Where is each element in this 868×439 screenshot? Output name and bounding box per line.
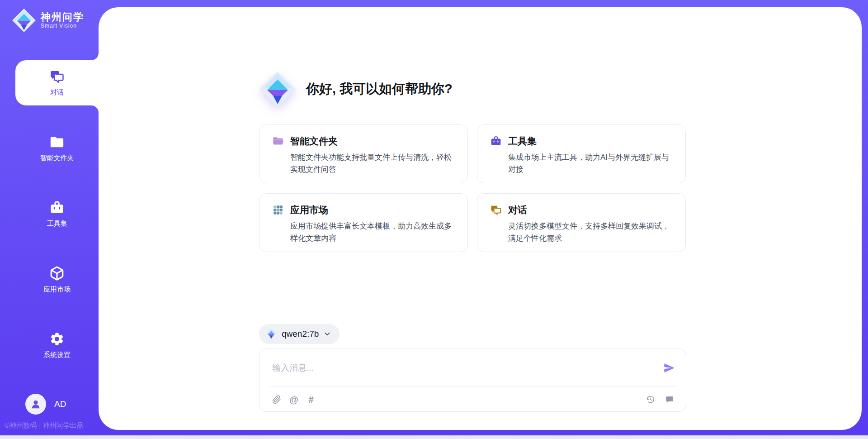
model-name: qwen2:7b [282,329,319,339]
chat-bubble-icon [665,395,674,404]
bottom-edge-strip [0,435,868,439]
card-description: 智能文件夹功能支持批量文件上传与清洗，轻松实现文件问答 [290,151,457,176]
message-input[interactable] [271,363,656,373]
chat-bubbles-icon [490,204,502,216]
card-app-market[interactable]: 应用市场 应用市场提供丰富长文本模板，助力高效生成多样化文章内容 [259,193,468,252]
sidebar: 神州问学 Smart Vision 对话 智能文件夹 工具集 应用市场 [0,0,99,435]
sidebar-item-app-market[interactable]: 应用市场 [15,257,99,302]
hash-icon: # [308,395,313,405]
card-description: 应用市场提供丰富长文本模板，助力高效生成多样化文章内容 [290,220,457,244]
card-title: 应用市场 [290,204,328,216]
sidebar-item-label: 工具集 [47,220,67,228]
card-title: 智能文件夹 [290,135,338,148]
paperclip-icon [272,395,281,404]
sidebar-item-chat[interactable]: 对话 [15,60,99,105]
hashtag-button[interactable]: # [306,394,316,405]
send-icon [663,362,675,374]
person-icon [30,398,42,410]
brand-subtitle: Smart Vision [41,23,84,29]
greeting-block: 你好, 我可以如何帮助你? [259,71,453,108]
card-description: 集成市场上主流工具，助力AI与外界无缝扩展与对接 [508,151,675,176]
briefcase-icon [49,200,65,215]
sidebar-item-label: 系统设置 [43,351,71,359]
sidebar-item-settings[interactable]: 系统设置 [15,323,99,368]
card-smart-folder[interactable]: 智能文件夹 智能文件夹功能支持批量文件上传与清洗，轻松实现文件问答 [259,124,468,183]
sidebar-item-toolset[interactable]: 工具集 [15,191,99,237]
feature-cards: 智能文件夹 智能文件夹功能支持批量文件上传与清洗，轻松实现文件问答 工具集 集成… [259,124,686,252]
copyright-footer: ©神州数码 · 神州问学出品 [5,421,83,430]
model-selector[interactable]: qwen2:7b [259,324,340,344]
at-icon: @ [289,395,298,405]
folder-open-icon [272,135,284,147]
grid-icon [272,204,284,216]
sidebar-item-label: 对话 [50,88,64,97]
greeting-logo-diamond-icon [259,71,296,108]
brand-logo-diamond-icon [12,8,36,33]
chevron-down-icon [323,330,331,338]
gear-icon [49,331,65,347]
card-title: 对话 [508,204,527,216]
user-profile[interactable]: AD [25,394,66,415]
main-panel: 你好, 我可以如何帮助你? 智能文件夹 智能文件夹功能支持批量文件上传与清洗，轻… [99,7,862,430]
greeting-title: 你好, 我可以如何帮助你? [306,80,453,98]
chat-bubbles-icon [49,69,65,84]
mention-button[interactable]: @ [288,394,299,405]
attach-button[interactable] [271,394,282,405]
sidebar-item-label: 智能文件夹 [40,154,74,162]
brand-name: 神州问学 [41,11,84,23]
sidebar-item-smart-folder[interactable]: 智能文件夹 [15,126,99,171]
brand: 神州问学 Smart Vision [12,8,84,33]
sidebar-item-label: 应用市场 [43,285,71,294]
model-logo-diamond-icon [265,328,277,340]
avatar [25,394,46,415]
cube-icon [49,266,65,281]
folder-icon [49,134,65,150]
briefcase-icon [490,135,502,147]
send-button[interactable] [663,362,675,374]
composer-tools-row: @ # [259,387,686,411]
card-chat[interactable]: 对话 灵活切换多模型文件，支持多样回复效果调试，满足个性化需求 [477,193,686,252]
user-initials: AD [54,399,66,409]
message-composer: @ # [259,348,686,412]
card-title: 工具集 [508,135,537,148]
history-clock-icon [646,395,655,404]
card-toolset[interactable]: 工具集 集成市场上主流工具，助力AI与外界无缝扩展与对接 [477,124,686,183]
card-description: 灵活切换多模型文件，支持多样回复效果调试，满足个性化需求 [508,220,675,244]
history-button[interactable] [645,394,656,405]
chat-bubble-button[interactable] [664,394,675,405]
composer-input-row [269,349,676,387]
